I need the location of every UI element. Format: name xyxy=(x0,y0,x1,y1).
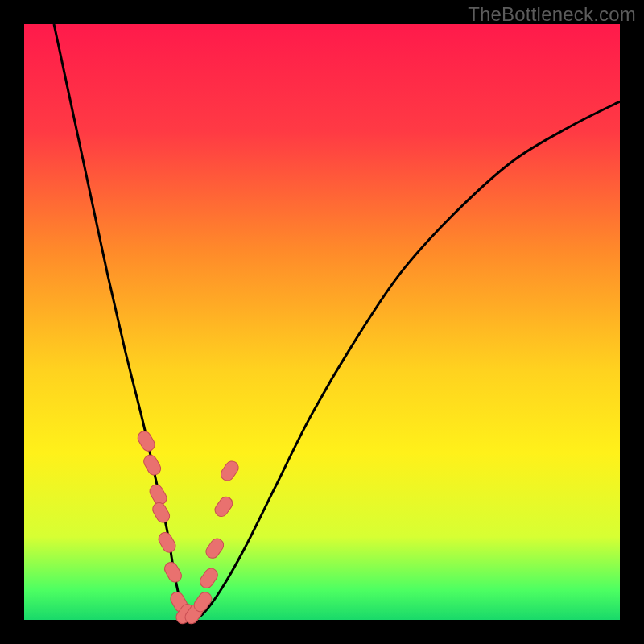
bottleneck-curve xyxy=(54,24,620,620)
svg-rect-11 xyxy=(204,536,226,560)
curve-marker xyxy=(197,566,220,590)
svg-rect-12 xyxy=(213,494,235,518)
svg-rect-13 xyxy=(218,459,241,483)
watermark-text: TheBottleneck.com xyxy=(468,3,636,26)
svg-rect-1 xyxy=(142,452,163,477)
svg-rect-3 xyxy=(151,501,172,526)
curve-marker xyxy=(204,536,226,560)
curve-marker xyxy=(156,530,178,555)
chart-frame: TheBottleneck.com xyxy=(0,0,644,644)
svg-rect-4 xyxy=(156,530,178,555)
svg-rect-5 xyxy=(163,560,184,585)
svg-rect-10 xyxy=(197,566,220,590)
curve-marker xyxy=(213,494,235,518)
plot-area xyxy=(24,24,620,620)
svg-rect-0 xyxy=(135,429,157,454)
curve-marker xyxy=(142,452,163,477)
bottleneck-curve-svg xyxy=(24,24,620,620)
curve-marker xyxy=(163,560,184,585)
curve-marker xyxy=(218,459,241,483)
curve-marker xyxy=(135,429,157,454)
curve-marker xyxy=(151,501,172,526)
